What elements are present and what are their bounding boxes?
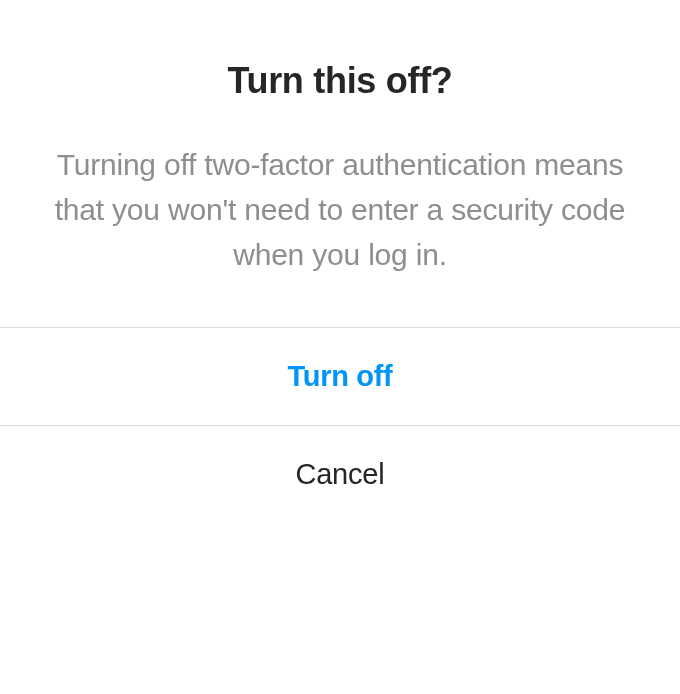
turn-off-button[interactable]: Turn off xyxy=(0,327,680,425)
dialog-title: Turn this off? xyxy=(40,60,640,102)
dialog-body: Turning off two-factor authentica­tion m… xyxy=(40,142,640,277)
dialog-content: Turn this off? Turning off two-factor au… xyxy=(0,0,680,327)
dialog-actions: Turn off Cancel xyxy=(0,327,680,694)
cancel-button[interactable]: Cancel xyxy=(0,425,680,523)
